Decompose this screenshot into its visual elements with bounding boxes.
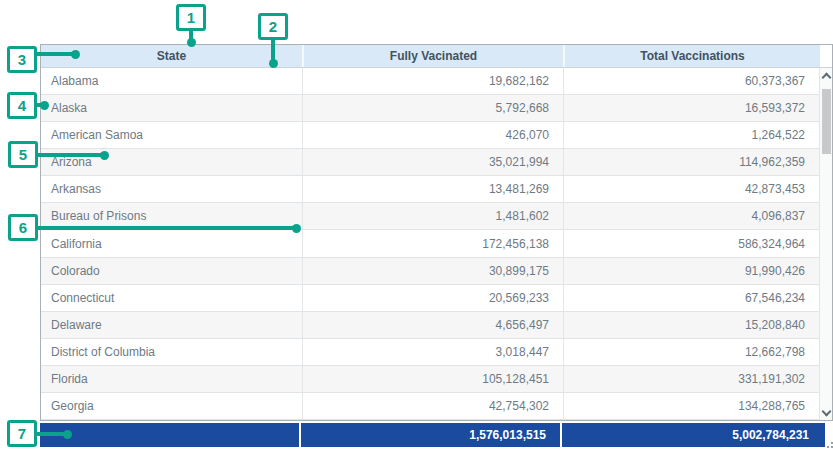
cell-fully-vaccinated: 172,456,138 (302, 230, 563, 256)
table-row[interactable]: American Samoa 426,070 1,264,522 (41, 122, 832, 149)
column-header-fully-vaccinated[interactable]: Fully Vacinated (302, 45, 563, 67)
cell-fully-vaccinated: 42,754,302 (302, 393, 563, 419)
cell-total-vaccinations: 1,264,522 (563, 122, 819, 148)
callout-2: 2 (258, 13, 288, 40)
table-row[interactable]: Georgia 42,754,302 134,288,765 (41, 393, 832, 420)
table-row[interactable]: Connecticut 20,569,233 67,546,234 (41, 285, 832, 312)
totals-row: 1,576,013,515 5,002,784,231 (40, 423, 825, 447)
cell-total-vaccinations: 16,593,372 (563, 95, 819, 121)
cell-state: Georgia (41, 393, 302, 419)
callout-5-connector (36, 153, 102, 157)
cell-state: California (41, 230, 302, 256)
callout-4-label: 4 (18, 97, 26, 114)
cell-total-vaccinations: 331,191,302 (563, 366, 819, 392)
cell-fully-vaccinated: 5,792,668 (302, 95, 563, 121)
cell-total-vaccinations: 114,962,359 (563, 149, 819, 175)
cell-state: Alaska (41, 95, 302, 121)
scroll-down-icon[interactable] (820, 405, 832, 420)
callout-6: 6 (8, 214, 38, 241)
cell-fully-vaccinated: 426,070 (302, 122, 563, 148)
cell-total-vaccinations: 91,990,426 (563, 258, 819, 284)
callout-4-dot (40, 101, 49, 110)
cell-state: American Samoa (41, 122, 302, 148)
callout-6-label: 6 (19, 219, 27, 236)
cell-state: Florida (41, 366, 302, 392)
cell-state: Delaware (41, 312, 302, 338)
cell-fully-vaccinated: 4,656,497 (302, 312, 563, 338)
table-header-row: State Fully Vacinated Total Vaccinations (41, 45, 832, 68)
callout-1: 1 (176, 4, 206, 31)
callout-1-dot (187, 38, 196, 47)
vaccinations-table: State Fully Vacinated Total Vaccinations… (40, 44, 833, 421)
cell-state: Connecticut (41, 285, 302, 311)
cell-total-vaccinations: 42,873,453 (563, 176, 819, 202)
callout-5-dot (100, 151, 109, 160)
table-row[interactable]: Alaska 5,792,668 16,593,372 (41, 95, 832, 122)
cell-state: District of Columbia (41, 339, 302, 365)
table-row[interactable]: Colorado 30,899,175 91,990,426 (41, 258, 832, 285)
cell-fully-vaccinated: 19,682,162 (302, 68, 563, 94)
callout-3: 3 (7, 46, 37, 73)
table-row[interactable]: District of Columbia 3,018,447 12,662,79… (41, 339, 832, 366)
table-row[interactable]: Delaware 4,656,497 15,208,840 (41, 312, 832, 339)
table-row[interactable]: California 172,456,138 586,324,964 (41, 230, 832, 257)
cell-total-vaccinations: 60,373,367 (563, 68, 819, 94)
callout-7: 7 (7, 420, 37, 447)
callout-7-dot (63, 430, 72, 439)
totals-cell-total-vaccinations: 5,002,784,231 (562, 423, 825, 447)
cell-state: Arkansas (41, 176, 302, 202)
callout-5-label: 5 (19, 146, 27, 163)
callout-7-connector (35, 432, 65, 436)
table-row[interactable]: Florida 105,128,451 331,191,302 (41, 366, 832, 393)
scrollbar-thumb[interactable] (822, 89, 831, 154)
cell-total-vaccinations: 12,662,798 (563, 339, 819, 365)
cell-fully-vaccinated: 1,481,602 (302, 203, 563, 229)
column-header-total-vaccinations[interactable]: Total Vaccinations (563, 45, 820, 67)
callout-3-label: 3 (18, 51, 26, 68)
resize-grip-icon[interactable] (826, 441, 833, 449)
callout-7-label: 7 (18, 425, 26, 442)
cell-fully-vaccinated: 3,018,447 (302, 339, 563, 365)
callout-4: 4 (7, 92, 37, 119)
callout-6-connector (36, 226, 294, 230)
cell-total-vaccinations: 134,288,765 (563, 393, 819, 419)
cell-state: Colorado (41, 258, 302, 284)
header-scrollbar-spacer (820, 45, 832, 67)
cell-fully-vaccinated: 105,128,451 (302, 366, 563, 392)
totals-cell-state (40, 423, 301, 447)
cell-total-vaccinations: 586,324,964 (563, 230, 819, 256)
table-row[interactable]: Arizona 35,021,994 114,962,359 (41, 149, 832, 176)
dashboard-table-widget: State Fully Vacinated Total Vaccinations… (0, 0, 833, 453)
cell-total-vaccinations: 15,208,840 (563, 312, 819, 338)
cell-fully-vaccinated: 20,569,233 (302, 285, 563, 311)
table-body: Alabama 19,682,162 60,373,367 Alaska 5,7… (41, 68, 832, 420)
cell-fully-vaccinated: 13,481,269 (302, 176, 563, 202)
callout-3-dot (71, 50, 80, 59)
column-header-state[interactable]: State (41, 45, 302, 67)
cell-total-vaccinations: 67,546,234 (563, 285, 819, 311)
cell-fully-vaccinated: 35,021,994 (302, 149, 563, 175)
callout-2-connector (271, 39, 275, 61)
callout-2-dot (269, 59, 278, 68)
vertical-scrollbar[interactable] (819, 68, 832, 420)
callout-6-dot (292, 224, 301, 233)
cell-total-vaccinations: 4,096,837 (563, 203, 819, 229)
cell-state: Alabama (41, 68, 302, 94)
table-row[interactable]: Alabama 19,682,162 60,373,367 (41, 68, 832, 95)
scroll-up-icon[interactable] (820, 68, 832, 83)
callout-2-label: 2 (269, 18, 277, 35)
totals-cell-fully-vaccinated: 1,576,013,515 (301, 423, 562, 447)
callout-3-connector (35, 52, 73, 56)
cell-fully-vaccinated: 30,899,175 (302, 258, 563, 284)
table-row[interactable]: Arkansas 13,481,269 42,873,453 (41, 176, 832, 203)
callout-5: 5 (8, 141, 38, 168)
callout-1-label: 1 (187, 9, 195, 26)
